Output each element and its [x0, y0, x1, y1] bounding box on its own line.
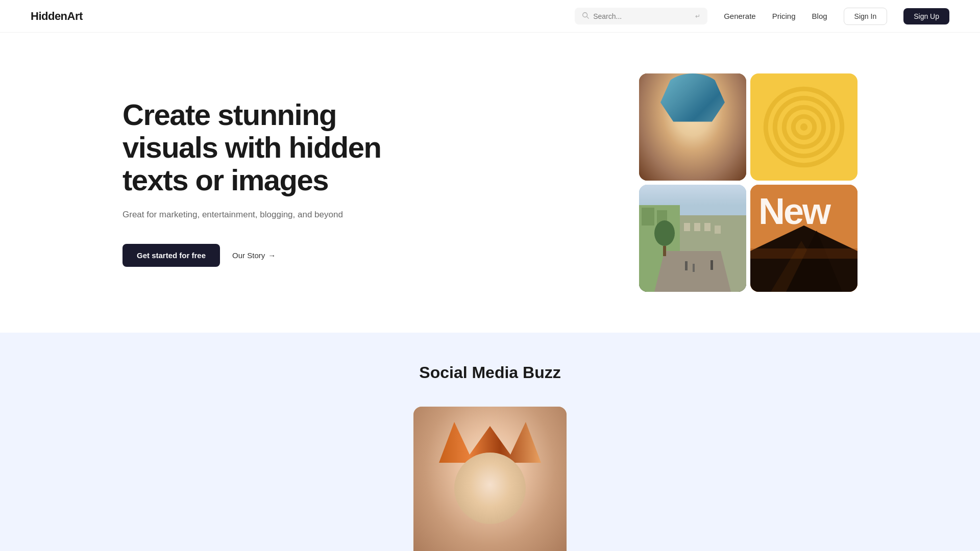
fantasy-character-image	[413, 407, 567, 551]
hero-subtitle: Great for marketing, entertainment, blog…	[122, 208, 398, 221]
concentric-circles-art	[758, 81, 850, 173]
logo[interactable]: HiddenArt	[31, 10, 83, 23]
search-bar: ↵	[575, 8, 707, 24]
social-preview-card	[413, 407, 567, 551]
hero-image-new: New	[750, 185, 857, 292]
hero-section: Create stunning visuals with hidden text…	[0, 33, 980, 333]
hero-content: Create stunning visuals with hidden text…	[122, 98, 398, 267]
svg-rect-26	[715, 226, 721, 234]
search-icon	[582, 12, 589, 20]
arrow-icon: →	[268, 251, 276, 260]
svg-rect-19	[663, 246, 666, 256]
svg-point-18	[654, 220, 675, 246]
hero-image-grid: New	[639, 73, 857, 292]
svg-rect-21	[693, 264, 695, 272]
svg-rect-20	[685, 261, 688, 270]
get-started-button[interactable]: Get started for free	[122, 244, 220, 267]
svg-rect-31	[750, 248, 857, 259]
enter-hint: ↵	[695, 13, 700, 20]
svg-rect-25	[704, 223, 710, 231]
svg-rect-24	[694, 223, 700, 231]
social-content	[31, 407, 949, 551]
search-input[interactable]	[593, 12, 691, 20]
our-story-button[interactable]: Our Story →	[232, 251, 276, 260]
signin-button[interactable]: Sign In	[844, 8, 888, 25]
hero-title: Create stunning visuals with hidden text…	[122, 98, 398, 196]
svg-rect-22	[710, 260, 713, 270]
social-section: Social Media Buzz	[0, 333, 980, 551]
hero-image-pearl	[639, 73, 746, 181]
our-story-label: Our Story	[232, 251, 265, 260]
svg-point-11	[800, 123, 807, 131]
hero-actions: Get started for free Our Story →	[122, 244, 398, 267]
svg-line-1	[587, 17, 589, 19]
svg-rect-23	[684, 223, 690, 231]
svg-rect-14	[642, 208, 654, 226]
nav-link-blog[interactable]: Blog	[812, 12, 827, 20]
social-title: Social Media Buzz	[31, 363, 949, 382]
navbar: HiddenArt ↵ Generate Pricing Blog Sign I…	[0, 0, 980, 33]
hero-image-street	[639, 185, 746, 292]
nav-link-generate[interactable]: Generate	[724, 12, 756, 20]
hero-image-circles	[750, 73, 857, 181]
signup-button[interactable]: Sign Up	[903, 8, 949, 24]
nav-link-pricing[interactable]: Pricing	[772, 12, 796, 20]
nav-links: Generate Pricing Blog	[724, 12, 827, 20]
